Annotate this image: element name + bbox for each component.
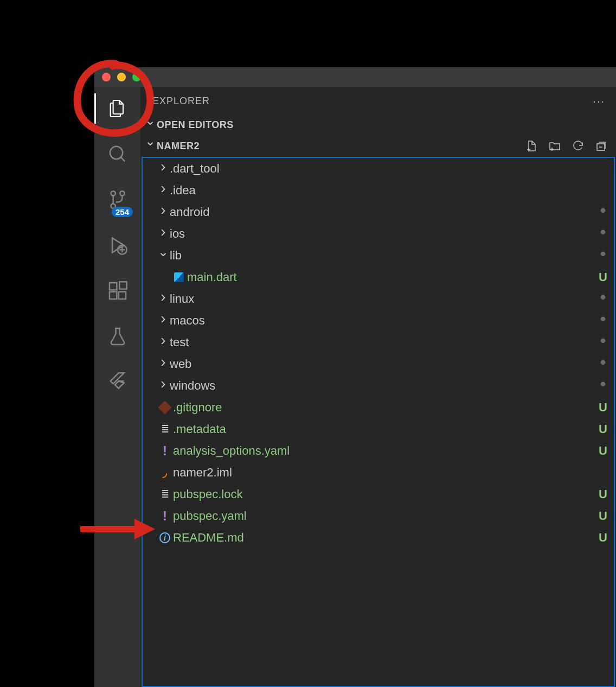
- file-row[interactable]: ≣pubspec.lockU: [143, 484, 614, 505]
- iml-file-icon: ◞: [163, 467, 167, 478]
- folder-row[interactable]: android•: [143, 201, 614, 223]
- modified-dot-icon: •: [592, 293, 614, 306]
- debug-icon: [107, 234, 129, 256]
- tree-label: namer2.iml: [173, 466, 592, 480]
- activity-flutter[interactable]: [94, 367, 140, 397]
- file-row[interactable]: main.dartU: [143, 266, 614, 288]
- folder-row[interactable]: .dart_tool: [143, 158, 614, 180]
- new-folder-icon[interactable]: [548, 139, 562, 152]
- window-minimize-button[interactable]: [117, 73, 126, 81]
- chevron-right-icon: [161, 162, 165, 176]
- dart-file-icon: [174, 272, 184, 282]
- panel-header: EXPLORER ···: [140, 87, 616, 115]
- untracked-status: U: [592, 270, 614, 284]
- svg-rect-15: [119, 282, 126, 289]
- folder-row[interactable]: ios•: [143, 223, 614, 245]
- modified-dot-icon: •: [592, 380, 614, 392]
- tree-label: .idea: [170, 183, 592, 198]
- svg-rect-12: [110, 283, 117, 290]
- tree-label: pubspec.lock: [173, 487, 592, 501]
- chevron-right-icon: [161, 314, 165, 328]
- file-tree: .dart_tool.ideaandroid•ios•lib•main.dart…: [142, 157, 615, 687]
- activity-source-control[interactable]: 254: [94, 185, 140, 215]
- modified-dot-icon: •: [592, 206, 614, 219]
- chevron-right-icon: [161, 379, 165, 393]
- titlebar[interactable]: [94, 67, 616, 87]
- untracked-status: U: [592, 509, 614, 523]
- text-file-icon: ≣: [161, 489, 169, 499]
- window-zoom-button[interactable]: [132, 73, 141, 81]
- search-icon: [107, 143, 129, 165]
- folder-row[interactable]: .idea: [143, 180, 614, 201]
- modified-dot-icon: •: [592, 228, 614, 240]
- tree-label: macos: [170, 314, 592, 328]
- file-row[interactable]: ≣.metadataU: [143, 418, 614, 440]
- tree-label: .dart_tool: [170, 162, 592, 176]
- collapse-all-icon[interactable]: [594, 139, 607, 152]
- tree-label: linux: [170, 292, 592, 306]
- modified-dot-icon: •: [592, 315, 614, 327]
- tree-label: README.md: [173, 531, 592, 545]
- activity-debug[interactable]: [94, 230, 140, 260]
- folder-row[interactable]: linux•: [143, 288, 614, 310]
- extensions-icon: [107, 280, 129, 302]
- yaml-file-icon: !: [163, 444, 167, 457]
- tree-label: lib: [170, 249, 592, 263]
- tree-label: ios: [170, 227, 592, 241]
- untracked-status: U: [592, 531, 614, 545]
- panel-more-icon[interactable]: ···: [593, 95, 605, 107]
- new-file-icon[interactable]: [525, 139, 538, 152]
- window-close-button[interactable]: [102, 73, 111, 81]
- explorer-sidebar: EXPLORER ··· OPEN EDITORS NAMER2: [140, 87, 616, 687]
- info-file-icon: i: [159, 532, 170, 543]
- untracked-status: U: [592, 487, 614, 501]
- file-row[interactable]: !pubspec.yamlU: [143, 505, 614, 527]
- section-title: OPEN EDITORS: [157, 119, 234, 131]
- chevron-right-icon: [161, 292, 165, 306]
- modified-dot-icon: •: [592, 336, 614, 349]
- folder-row[interactable]: web•: [143, 353, 614, 375]
- untracked-status: U: [592, 444, 614, 458]
- svg-point-0: [110, 147, 122, 159]
- file-row[interactable]: iREADME.mdU: [143, 527, 614, 549]
- tree-label: android: [170, 205, 592, 219]
- chevron-right-icon: [161, 183, 165, 198]
- section-actions: [525, 139, 611, 152]
- tree-label: main.dart: [187, 270, 592, 284]
- vscode-window: 254: [94, 67, 616, 687]
- activity-explorer[interactable]: [94, 93, 140, 124]
- file-row[interactable]: ◞namer2.iml: [143, 462, 614, 484]
- chevron-right-icon: [161, 227, 165, 241]
- chevron-down-icon: [145, 141, 156, 151]
- folder-row[interactable]: windows•: [143, 375, 614, 397]
- yaml-file-icon: !: [163, 510, 167, 523]
- activity-search[interactable]: [94, 139, 140, 169]
- tree-label: .gitignore: [173, 400, 592, 415]
- tree-label: pubspec.yaml: [173, 509, 592, 523]
- svg-point-3: [111, 191, 115, 195]
- file-row[interactable]: !analysis_options.yamlU: [143, 440, 614, 462]
- svg-rect-13: [110, 292, 117, 299]
- source-control-badge: 254: [112, 207, 133, 217]
- flask-icon: [107, 326, 129, 347]
- refresh-icon[interactable]: [572, 139, 585, 152]
- tree-label: .metadata: [173, 422, 592, 436]
- untracked-status: U: [592, 422, 614, 436]
- activity-bar: 254: [94, 87, 140, 687]
- modified-dot-icon: •: [592, 358, 614, 371]
- tree-label: windows: [170, 379, 592, 393]
- folder-row[interactable]: lib•: [143, 245, 614, 266]
- tree-label: test: [170, 335, 592, 349]
- folder-row[interactable]: test•: [143, 332, 614, 353]
- files-icon: [107, 98, 129, 119]
- activity-extensions[interactable]: [94, 276, 140, 306]
- section-open-editors[interactable]: OPEN EDITORS: [140, 115, 616, 135]
- section-project[interactable]: NAMER2: [140, 135, 616, 157]
- chevron-down-icon: [145, 120, 156, 130]
- untracked-status: U: [592, 400, 614, 415]
- folder-row[interactable]: macos•: [143, 310, 614, 332]
- activity-testing[interactable]: [94, 321, 140, 352]
- project-name: NAMER2: [157, 141, 200, 152]
- file-row[interactable]: .gitignoreU: [143, 397, 614, 418]
- tree-label: web: [170, 357, 592, 371]
